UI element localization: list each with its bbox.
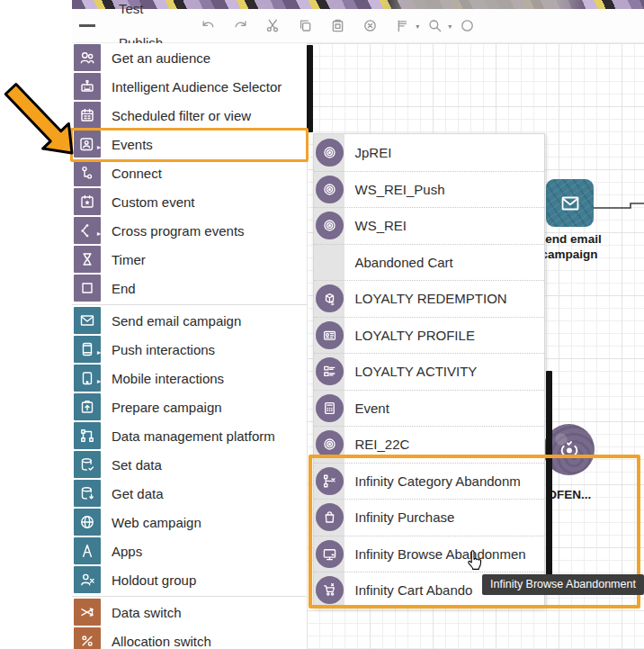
copy-icon	[297, 17, 314, 34]
envelope-icon	[559, 192, 582, 215]
sidebar-item-prepare-campaign[interactable]: Prepare campaign	[72, 392, 307, 421]
sidebar-item-cross-program-events[interactable]: ▸Cross program events	[72, 216, 307, 245]
submenu-item-ws-rei[interactable]: WS_REI	[314, 207, 544, 244]
submenu-item-jprei[interactable]: JpREI	[314, 134, 544, 171]
submenu-item-rei-22c[interactable]: REI_22C	[314, 426, 544, 463]
sidebar-item-label: Data switch	[112, 605, 182, 620]
sidebar-item-web-campaign[interactable]: Web campaign	[72, 508, 307, 536]
menu-collapse-icon[interactable]	[79, 24, 95, 27]
submenu-item-abandoned-cart[interactable]: Abandoned Cart	[314, 244, 544, 281]
bullseye-icon-circle	[316, 176, 344, 203]
sidebar-item-mobile-interactions[interactable]: ▸Mobile interactions	[72, 364, 307, 392]
partial-circle-icon-button[interactable]	[459, 17, 476, 34]
tab-test[interactable]: Test	[119, 0, 166, 26]
holdout-icon-box	[74, 566, 101, 593]
web-icon-box	[74, 509, 101, 536]
caret-right-icon: ▸	[97, 378, 101, 385]
submenu-item-event[interactable]: Event	[314, 390, 544, 427]
undo-icon-button[interactable]	[200, 17, 217, 34]
submenu-item-label: LOYALTY REDEMPTION	[355, 291, 507, 306]
submenu-scrollbar[interactable]	[546, 371, 552, 594]
sidebar-item-end[interactable]: End	[72, 274, 307, 302]
copy-icon-button[interactable]	[297, 17, 314, 34]
purchase-icon-circle	[316, 503, 344, 531]
sidebar-item-set-data[interactable]: Set data	[72, 450, 307, 479]
submenu-item-infinity-category-abandonm[interactable]: Infinity Category Abandonm	[314, 463, 544, 500]
sidebar-item-push-interactions[interactable]: ▸Push interactions	[72, 335, 307, 364]
sidebar-item-allocation-switch[interactable]: Allocation switch	[72, 626, 307, 649]
activity-icon-circle	[316, 357, 344, 385]
outline-icon-button[interactable]: ▾	[394, 17, 411, 34]
bullseye-icon-circle	[316, 139, 344, 167]
submenu-item-label: Infinity Browse Abandonmen	[355, 546, 526, 562]
submenu-item-loyalty-activity[interactable]: LOYALTY ACTIVITY	[314, 353, 544, 390]
activity-icon	[321, 363, 338, 380]
sidebar-item-label: Events	[112, 137, 153, 152]
mobile-icon-box: ▸	[74, 365, 101, 392]
sidebar-item-events[interactable]: ▸Events	[72, 130, 307, 158]
submenu-item-ws-rei-push[interactable]: WS_REI_Push	[314, 171, 544, 208]
dmp-icon-box	[74, 422, 101, 449]
redo-icon	[232, 17, 249, 34]
connect-icon	[78, 164, 96, 182]
search-icon-button[interactable]: ▾	[426, 17, 443, 34]
svg-text:$: $	[330, 300, 334, 306]
hand-cursor	[464, 549, 484, 572]
sidebar-item-label: Scheduled filter or view	[112, 108, 251, 123]
sidebar-item-custom-event[interactable]: Custom event	[72, 187, 307, 216]
end-icon	[78, 279, 96, 297]
submenu-item-loyalty-redemption[interactable]: $LOYALTY REDEMPTION	[314, 280, 544, 317]
program-designer-window: DesignTestPublishAnalyze ▾▾ Send emailca…	[0, 0, 644, 649]
submenu-item-label: JpREI	[355, 145, 392, 160]
sidebar-item-send-email-campaign[interactable]: Send email campaign	[72, 306, 307, 335]
sidebar-item-connect[interactable]: Connect	[72, 158, 307, 187]
sidebar-item-timer[interactable]: Timer	[72, 245, 307, 274]
sidebar-item-get-data[interactable]: Get data	[72, 479, 307, 508]
cross-program-icon-box: ▸	[74, 217, 101, 244]
sidebar-item-label: Set data	[112, 457, 162, 473]
sidebar-item-scheduled-filter-or-view[interactable]: Scheduled filter or view	[72, 101, 307, 130]
submenu-item-label: WS_REI	[355, 218, 407, 233]
canvas-node-send-email-campaign[interactable]	[546, 179, 594, 227]
envelope-icon-box	[74, 307, 101, 334]
bullseye-icon	[321, 181, 338, 198]
sidebar-item-label: Connect	[112, 166, 162, 181]
cut-icon-button[interactable]	[264, 17, 282, 34]
submenu-item-label: LOYALTY ACTIVITY	[355, 364, 478, 379]
push-icon	[78, 340, 96, 358]
sidebar-item-label: Holdout group	[112, 572, 196, 588]
redemption-icon-circle: $	[316, 284, 344, 312]
sidebar-item-data-management-platform[interactable]: Data management platform	[72, 421, 307, 450]
sidebar-item-intelligent-audience-selector[interactable]: Intelligent Audience Selector	[72, 72, 307, 101]
submenu-item-loyalty-profile[interactable]: LOYALTY PROFILE	[314, 317, 544, 354]
submenu-item-infinity-browse-abandonmen[interactable]: Infinity Browse Abandonmen	[314, 536, 544, 572]
sidebar-item-holdout-group[interactable]: Holdout group	[72, 565, 307, 594]
event-calc-icon	[321, 400, 338, 417]
redo-icon-button[interactable]	[232, 17, 249, 34]
submenu-item-label: Infinity Cart Abando	[355, 582, 473, 598]
submenu-item-label: WS_REI_Push	[355, 182, 445, 197]
sidebar-item-apps[interactable]: Apps	[72, 536, 307, 565]
end-icon-box	[74, 275, 101, 302]
push-icon-box: ▸	[74, 336, 101, 363]
cart-icon	[321, 581, 338, 599]
sidebar-item-data-switch[interactable]: Data switch	[72, 598, 307, 626]
get-data-icon-box	[74, 480, 101, 507]
stage-elements-menu: Get an audienceIntelligent Audience Sele…	[72, 43, 307, 649]
sidebar-item-get-an-audience[interactable]: Get an audience	[72, 43, 307, 72]
timer-icon-box	[74, 246, 101, 273]
cross-program-icon	[78, 221, 96, 239]
bullseye-icon-circle	[316, 212, 344, 239]
profile-icon-circle	[316, 321, 344, 349]
cut-icon	[264, 17, 282, 34]
sidebar-item-label: Prepare campaign	[112, 400, 222, 415]
sidebar-item-label: Allocation switch	[112, 634, 211, 649]
cancel-icon-button[interactable]	[362, 17, 379, 34]
holdout-icon	[78, 571, 96, 589]
category-icon	[321, 473, 338, 490]
submenu-item-infinity-purchase[interactable]: Infinity Purchase	[314, 499, 544, 536]
sidebar-item-label: Cross program events	[112, 223, 245, 239]
paste-icon-button[interactable]	[329, 17, 346, 34]
events-submenu: JpREIWS_REI_PushWS_REIAbandoned Cart$LOY…	[313, 133, 545, 608]
menu-scrollbar[interactable]	[307, 45, 313, 132]
